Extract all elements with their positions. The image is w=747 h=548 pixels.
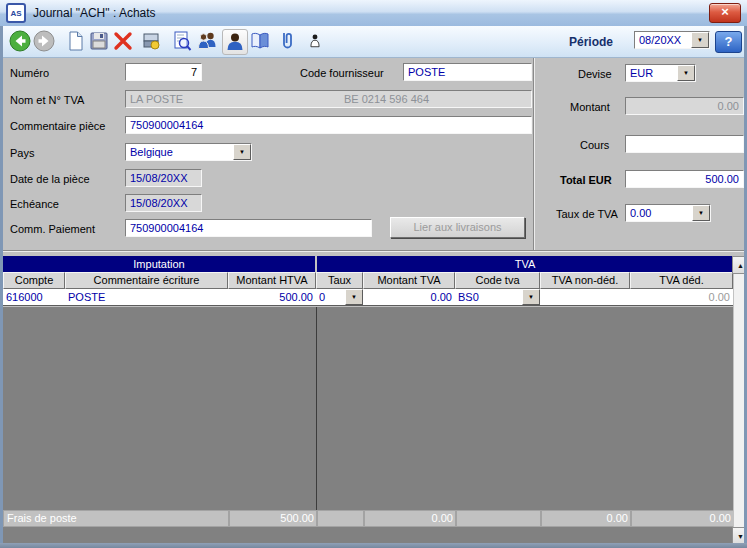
cours-label: Cours	[580, 139, 609, 151]
cell-montant-tva[interactable]: 0.00	[363, 289, 456, 306]
chevron-down-icon[interactable]: ▼	[691, 32, 709, 48]
col-header-compte: Compte	[3, 272, 65, 289]
print-preview-icon[interactable]	[170, 29, 194, 53]
footer-montant-htva: 500.00	[228, 510, 318, 527]
chevron-down-icon[interactable]: ▼	[692, 205, 710, 221]
window-border-bottom	[0, 543, 747, 548]
cell-tva-ded: 0.00	[630, 289, 734, 306]
footer-tva-non-ded: 0.00	[540, 510, 632, 527]
periode-dropdown[interactable]: 08/20XX ▼	[634, 31, 710, 49]
date-piece-field[interactable]: 15/08/20XX	[125, 169, 202, 187]
cell-compte[interactable]: 616000	[3, 289, 66, 306]
toolbar: Période 08/20XX ▼ ?	[3, 26, 744, 58]
bottom-strip	[3, 526, 733, 544]
tva-number-value: BE 0214 596 464	[344, 91, 429, 107]
user-icon[interactable]	[222, 29, 248, 55]
echeance-field[interactable]: 15/08/20XX	[125, 194, 202, 212]
cours-field[interactable]	[625, 135, 744, 153]
footer-taux	[316, 510, 365, 527]
commentaire-piece-field[interactable]: 750900004164	[125, 116, 532, 134]
footer-tva-ded: 0.00	[630, 510, 735, 527]
window-border-left	[0, 26, 3, 543]
col-header-commentaire: Commentaire écriture	[65, 272, 228, 289]
taux-tva-value: 0.00	[630, 207, 651, 219]
lier-livraisons-button[interactable]: Lier aux livraisons	[390, 217, 525, 238]
cell-taux-dropdown[interactable]: 0 ▼	[316, 289, 364, 306]
date-piece-label: Date de la pièce	[10, 173, 90, 185]
cell-tva-non-ded[interactable]	[540, 289, 631, 306]
pays-value: Belgique	[130, 146, 173, 158]
cell-montant-htva[interactable]: 500.00	[228, 289, 317, 306]
attachment-icon[interactable]	[274, 29, 298, 53]
code-fournisseur-field[interactable]: POSTE	[403, 63, 532, 81]
person-icon[interactable]	[303, 29, 327, 53]
footer-code-tva	[455, 510, 542, 527]
comm-paiement-field[interactable]: 750900004164	[125, 219, 372, 237]
chevron-down-icon[interactable]: ▼	[233, 144, 251, 160]
total-eur-field[interactable]: 500.00	[625, 170, 744, 188]
footer-montant-tva: 0.00	[363, 510, 457, 527]
nom-tva-field: LA POSTE BE 0214 596 464	[125, 90, 532, 108]
form-vertical-divider	[533, 58, 535, 250]
window-title: Journal "ACH" : Achats	[33, 6, 156, 20]
app-icon: AS	[6, 3, 26, 23]
nom-value: LA POSTE	[130, 93, 183, 105]
devise-dropdown[interactable]: EUR ▼	[625, 64, 696, 82]
code-fournisseur-label: Code fournisseur	[300, 67, 384, 79]
chevron-down-icon[interactable]: ▼	[522, 289, 540, 305]
taux-value: 0	[319, 291, 325, 303]
table-body[interactable]	[3, 307, 733, 510]
group-header-tva: TVA	[317, 256, 733, 272]
forward-icon[interactable]	[32, 29, 56, 53]
form-table-divider	[0, 250, 747, 252]
commentaire-piece-label: Commentaire pièce	[10, 120, 105, 132]
col-header-tva-non-ded: TVA non-déd.	[540, 272, 630, 289]
col-header-code-tva: Code tva	[455, 272, 540, 289]
contacts-icon[interactable]	[195, 29, 219, 53]
back-icon[interactable]	[8, 29, 32, 53]
footer-label: Frais de poste	[3, 510, 230, 527]
save-icon[interactable]	[87, 29, 111, 53]
devise-label: Devise	[578, 68, 612, 80]
col-header-montant-tva: Montant TVA	[363, 272, 455, 289]
comm-paiement-label: Comm. Paiement	[10, 223, 95, 235]
col-header-taux: Taux	[316, 272, 363, 289]
numero-field[interactable]: 7	[125, 63, 202, 81]
delete-icon[interactable]	[111, 29, 135, 53]
cell-code-tva-dropdown[interactable]: BS0 ▼	[455, 289, 541, 306]
devise-value: EUR	[630, 67, 653, 79]
periode-value: 08/20XX	[639, 34, 681, 46]
echeance-label: Echéance	[10, 198, 59, 210]
table-section-divider	[316, 307, 317, 526]
montant-field: 0.00	[625, 97, 744, 115]
taux-tva-label: Taux de TVA	[556, 208, 618, 220]
montant-label: Montant	[570, 101, 610, 113]
pays-label: Pays	[10, 147, 34, 159]
title-bar: AS Journal "ACH" : Achats ×	[0, 0, 747, 27]
total-eur-label: Total EUR	[560, 174, 612, 186]
periode-label: Période	[569, 35, 613, 49]
new-document-icon[interactable]	[63, 29, 87, 53]
chevron-down-icon[interactable]: ▼	[677, 65, 695, 81]
payment-icon[interactable]	[139, 29, 163, 53]
col-header-tva-ded: TVA déd.	[630, 272, 733, 289]
nom-tva-label: Nom et N° TVA	[10, 94, 84, 106]
close-button[interactable]: ×	[709, 3, 741, 23]
journal-book-icon[interactable]	[248, 29, 272, 53]
code-tva-value: BS0	[458, 291, 479, 303]
taux-tva-dropdown[interactable]: 0.00 ▼	[625, 204, 711, 222]
pays-dropdown[interactable]: Belgique ▼	[125, 143, 252, 161]
cell-commentaire[interactable]: POSTE	[65, 289, 229, 306]
group-header-imputation: Imputation	[3, 256, 315, 272]
col-header-montant-htva: Montant HTVA	[228, 272, 316, 289]
help-button[interactable]: ?	[715, 31, 742, 53]
app-window: AS Journal "ACH" : Achats ×	[0, 0, 747, 548]
chevron-down-icon[interactable]: ▼	[345, 289, 363, 305]
numero-label: Numéro	[10, 67, 49, 79]
